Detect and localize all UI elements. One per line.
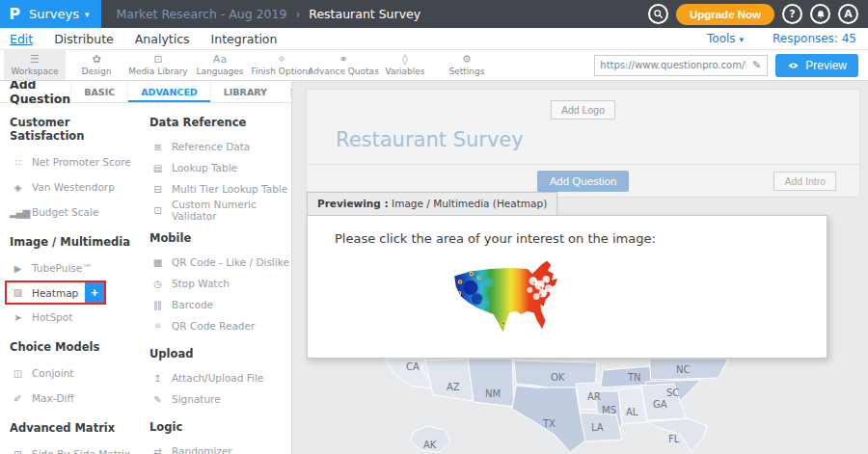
question-type-attach-upload-file[interactable]: ↥Attach/Upload File: [149, 367, 291, 388]
toolbar-item-advance-quotas[interactable]: ⚭Advance Quotas: [312, 50, 374, 80]
question-type-multi-tier-lookup-table[interactable]: ⊟Multi Tier Lookup Table: [149, 178, 291, 200]
question-type-net-promoter-score[interactable]: ∷Net Promoter Score: [10, 149, 138, 174]
toolbar-items: ☰Workspace✿Design⊡Media LibraryAaLanguag…: [4, 50, 498, 80]
upgrade-now-button[interactable]: Upgrade Now: [676, 4, 774, 25]
add-heatmap-button[interactable]: +: [85, 282, 104, 303]
close-icon[interactable]: ✕: [280, 81, 292, 102]
nav-tab-integration[interactable]: Integration: [211, 32, 278, 46]
nav-tab-distribute[interactable]: Distribute: [54, 32, 114, 46]
nav-right: Tools ▾ Responses: 45: [707, 32, 868, 45]
breadcrumb-parent[interactable]: Market Research - Aug 2019: [117, 7, 287, 21]
question-type-conjoint[interactable]: ◫Conjoint: [10, 361, 138, 386]
question-type-budget-scale[interactable]: ▂▄▆Budget Scale: [10, 200, 138, 225]
nav-tab-analytics[interactable]: Analytics: [135, 32, 190, 46]
survey-nav: Edit Distribute Analytics Integration To…: [0, 28, 868, 50]
section-title: Upload: [149, 347, 291, 361]
toolbar-item-label: Media Library: [128, 67, 187, 76]
sidebar-tabs: BASIC ADVANCED LIBRARY: [70, 81, 280, 102]
side-by-side-matrix-icon: ⊞: [10, 449, 25, 454]
question-type-hotspot[interactable]: ➤HotSpot: [10, 305, 138, 330]
question-type-signature[interactable]: ✎Signature: [149, 388, 291, 410]
numeric-validator-icon: ⊡: [149, 205, 165, 216]
toolbar-item-workspace[interactable]: ☰Workspace: [4, 50, 66, 80]
tools-menu[interactable]: Tools ▾: [707, 32, 744, 45]
question-type-van-westendorp[interactable]: ◈Van Westendorp: [10, 174, 138, 200]
languages-icon: Aa: [213, 54, 227, 66]
state-label-az: AZ: [447, 382, 460, 392]
section-title: Data Reference: [149, 116, 291, 129]
toolbar-item-media-library[interactable]: ⊡Media Library: [127, 50, 189, 80]
state-label-fl: FL: [668, 434, 679, 444]
question-type-label: Conjoint: [32, 367, 73, 379]
question-type-side-by-side-matrix[interactable]: ⊞Side-By-Side Matrix: [10, 441, 138, 454]
quota-links-icon: ⚭: [339, 54, 347, 66]
heatmap-usa-image[interactable]: [449, 258, 563, 335]
question-type-label: HotSpot: [32, 311, 72, 323]
question-type-tubepulse[interactable]: ▶TubePulse™: [10, 255, 138, 280]
chevron-down-icon: ▾: [85, 10, 90, 19]
responses-count[interactable]: Responses: 45: [773, 32, 856, 45]
notifications-button[interactable]: [810, 4, 830, 24]
section-advanced-matrix: Advanced Matrix⊞Side-By-Side Matrix▦Comp…: [10, 421, 138, 454]
question-type-qr-code-like-dislike[interactable]: ▩QR Code - Like / Dislike: [149, 252, 291, 273]
question-type-heatmap[interactable]: ▨Heatmap+: [5, 280, 106, 305]
question-type-max-diff[interactable]: ✐Max-Diff: [10, 386, 138, 411]
heatmap-icon: ▨: [10, 287, 25, 298]
tab-advanced[interactable]: ADVANCED: [127, 81, 210, 102]
question-type-custom-numeric-validator[interactable]: ⊡Custom Numeric Validator: [149, 200, 291, 221]
help-button[interactable]: ?: [782, 4, 802, 24]
sidebar-columns: Customer Satisfaction∷Net Promoter Score…: [0, 103, 291, 454]
section-title: Image / Multimedia: [10, 235, 138, 249]
state-label-ak: AK: [423, 440, 436, 450]
breadcrumb-separator-icon: ›: [295, 8, 300, 21]
bar-scale-icon: ▂▄▆: [10, 207, 25, 218]
section-title: Mobile: [149, 231, 291, 245]
state-label-tn: TN: [628, 372, 641, 383]
toolbar-item-languages[interactable]: AaLanguages: [189, 50, 251, 80]
section-title: Advanced Matrix: [10, 421, 138, 435]
question-type-label: Lookup Table: [172, 162, 237, 174]
tab-library[interactable]: LIBRARY: [210, 81, 280, 102]
add-question-sidebar: Add Question BASIC ADVANCED LIBRARY ✕ Cu…: [0, 81, 292, 454]
add-intro-button[interactable]: Add Intro: [773, 172, 836, 191]
toolbar-item-settings[interactable]: ⚙Settings: [436, 50, 498, 80]
question-type-lookup-table[interactable]: ▤Lookup Table: [149, 157, 291, 178]
tab-basic[interactable]: BASIC: [70, 81, 127, 102]
question-type-randomizer[interactable]: ⇄Randomizer: [149, 441, 291, 454]
search-button[interactable]: [648, 4, 668, 24]
question-type-qr-code-reader[interactable]: ⌗QR Code Reader: [149, 315, 291, 336]
question-type-reference-data[interactable]: ≣Reference Data: [149, 136, 291, 157]
content: Add Question BASIC ADVANCED LIBRARY ✕ Cu…: [0, 81, 868, 454]
toolbar-item-label: Finish Options: [251, 67, 312, 76]
multi-tier-lookup-icon: ⊟: [149, 184, 165, 195]
question-text: Please click the area of your interest o…: [335, 231, 827, 246]
state-label-nm: NM: [485, 388, 501, 399]
question-type-stop-watch[interactable]: ◷Stop Watch: [149, 273, 291, 294]
edit-url-icon[interactable]: ✎: [746, 59, 767, 71]
question-type-label: Randomizer: [172, 445, 232, 454]
add-logo-button[interactable]: Add Logo: [551, 100, 615, 120]
question-type-barcode[interactable]: ∥∥Barcode: [149, 294, 291, 315]
toolbar-item-finish-options[interactable]: ✧Finish Options: [251, 50, 312, 80]
workspace-icon: ☰: [30, 54, 40, 66]
cursor-icon: ➤: [10, 312, 25, 323]
preview-button[interactable]: Preview: [775, 54, 858, 77]
sidebar-title: Add Question: [0, 81, 70, 106]
qr-code-icon: ▩: [149, 257, 165, 268]
add-question-button[interactable]: Add Question: [537, 171, 630, 192]
state-label-ms: MS: [602, 405, 616, 415]
survey-url-box: https://www.questionpro.com/t/APNrFZ ✎: [594, 55, 768, 76]
survey-title[interactable]: Restaurant Survey: [336, 128, 859, 151]
video-icon: ▶: [10, 263, 25, 274]
survey-url-value[interactable]: https://www.questionpro.com/t/APNrFZ: [595, 60, 746, 70]
account-avatar[interactable]: A: [838, 4, 858, 24]
toolbar-item-variables[interactable]: ◊Variables: [374, 50, 436, 80]
design-palette-icon: ✿: [92, 54, 100, 66]
nav-tab-edit[interactable]: Edit: [10, 32, 33, 46]
toolbar-item-design[interactable]: ✿Design: [66, 50, 127, 80]
section-customer-satisfaction: Customer Satisfaction∷Net Promoter Score…: [10, 116, 138, 225]
previewing-label: Previewing :: [317, 198, 389, 209]
product-switcher[interactable]: P Surveys ▾: [0, 0, 101, 28]
question-type-label: QR Code - Like / Dislike: [172, 256, 289, 268]
state-label-al: AL: [626, 407, 637, 417]
